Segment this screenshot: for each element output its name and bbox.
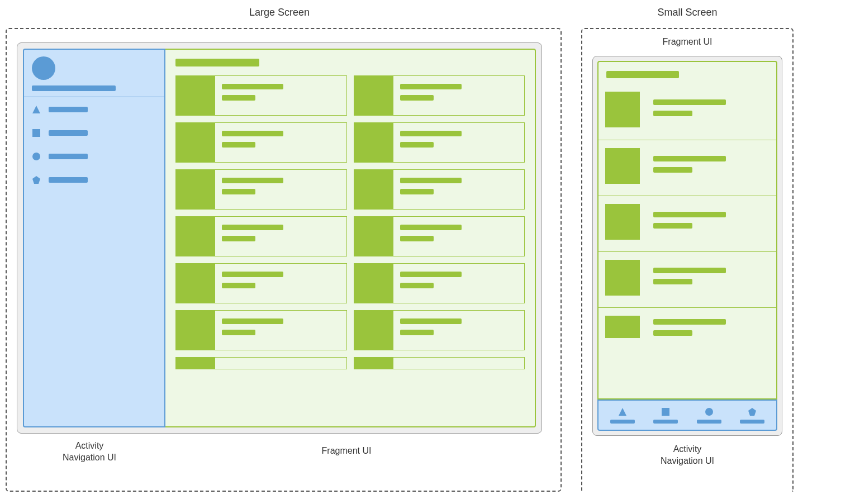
card-thumb [354, 358, 393, 369]
card-line2 [222, 142, 255, 148]
card-line2 [222, 189, 255, 194]
circle-icon [705, 407, 714, 416]
label-activity: Activity [75, 441, 104, 450]
card-body [215, 264, 346, 303]
card-line1 [222, 318, 283, 324]
card-body [648, 252, 776, 307]
card-thumb [354, 76, 393, 115]
card-body [393, 358, 525, 369]
sidebar-header [24, 50, 164, 97]
nav-item-pentagon[interactable] [32, 175, 156, 184]
nav-item-circle[interactable] [32, 152, 156, 161]
card-line2 [222, 95, 255, 101]
nav-item-square[interactable] [32, 129, 156, 137]
card-line1 [400, 272, 462, 277]
list-card[interactable] [175, 169, 347, 210]
card-line2 [400, 95, 434, 101]
bottom-nav-item-square[interactable] [649, 407, 682, 424]
bottom-nav-item-circle[interactable] [692, 407, 726, 424]
card-line2 [400, 236, 434, 241]
card-body [215, 170, 346, 209]
card-body [648, 308, 776, 339]
card-body [215, 217, 346, 256]
square-icon [32, 129, 41, 137]
label-activity-navigation-ui-small: Activity Navigation UI [581, 444, 794, 467]
nav-label [653, 420, 678, 424]
list-card[interactable] [598, 84, 776, 140]
list-card[interactable] [175, 216, 347, 256]
list-card-partial[interactable] [354, 357, 525, 369]
card-thumb [354, 170, 393, 209]
list-card-partial[interactable] [598, 307, 776, 339]
card-line2 [222, 330, 255, 335]
card-thumb [176, 217, 215, 256]
label-fragment-ui-large: Fragment UI [168, 445, 525, 457]
svg-rect-1 [32, 129, 40, 137]
list-card-partial[interactable] [175, 357, 347, 369]
label-fragment-ui: Fragment UI [322, 446, 372, 455]
list-card[interactable] [598, 196, 776, 251]
card-line2 [222, 236, 255, 241]
card-body [393, 123, 525, 162]
card-line1 [222, 84, 283, 89]
list-card[interactable] [354, 75, 525, 116]
card-thumb [605, 148, 640, 184]
card-thumb [605, 204, 640, 240]
avatar [32, 56, 55, 80]
card-line1 [400, 84, 462, 89]
card-body [648, 140, 776, 196]
label-activity: Activity [673, 444, 702, 454]
card-thumb [176, 76, 215, 115]
card-thumb [354, 217, 393, 256]
card-thumb [354, 264, 393, 303]
list-card[interactable] [175, 122, 347, 163]
card-body [215, 76, 346, 115]
large-device-frame [17, 42, 542, 434]
card-line1 [653, 99, 726, 105]
nav-list [24, 97, 164, 207]
label-fragment-ui-small-top: Fragment UI [581, 37, 794, 47]
card-line2 [400, 189, 434, 194]
svg-marker-3 [32, 176, 40, 184]
list-card[interactable] [354, 263, 525, 303]
card-line1 [400, 318, 462, 324]
card-line1 [653, 212, 726, 217]
card-line1 [222, 178, 283, 183]
bottom-nav-item-triangle[interactable] [606, 407, 639, 424]
list-card[interactable] [175, 263, 347, 303]
bottom-navigation [597, 400, 777, 431]
card-thumb [176, 123, 215, 162]
list-card[interactable] [175, 75, 347, 116]
svg-point-6 [705, 408, 713, 416]
card-thumb [605, 92, 640, 127]
bottom-nav-item-pentagon[interactable] [735, 407, 769, 424]
nav-item-triangle[interactable] [32, 105, 156, 114]
card-line2 [653, 167, 692, 173]
card-line2 [222, 283, 255, 288]
square-icon [661, 407, 670, 416]
list-card[interactable] [354, 169, 525, 210]
fragment-title-placeholder [606, 71, 679, 78]
list-card[interactable] [354, 310, 525, 350]
small-device-content [597, 61, 777, 431]
list-card[interactable] [175, 310, 347, 350]
card-thumb [354, 123, 393, 162]
nav-label [49, 107, 88, 112]
list-card[interactable] [354, 216, 525, 256]
svg-marker-7 [748, 408, 756, 416]
card-line2 [653, 279, 692, 284]
list-card[interactable] [354, 122, 525, 163]
card-body [393, 311, 525, 350]
label-navigation-ui: Navigation UI [661, 456, 714, 465]
card-body [215, 358, 346, 369]
card-line1 [222, 225, 283, 230]
card-body [393, 217, 525, 256]
nav-label [49, 130, 88, 136]
svg-marker-4 [619, 408, 626, 416]
label-navigation-ui: Navigation UI [63, 453, 116, 462]
pentagon-icon [748, 407, 757, 416]
card-line1 [400, 225, 462, 230]
list-card[interactable] [598, 251, 776, 307]
card-line1 [653, 319, 726, 325]
list-card[interactable] [598, 140, 776, 196]
